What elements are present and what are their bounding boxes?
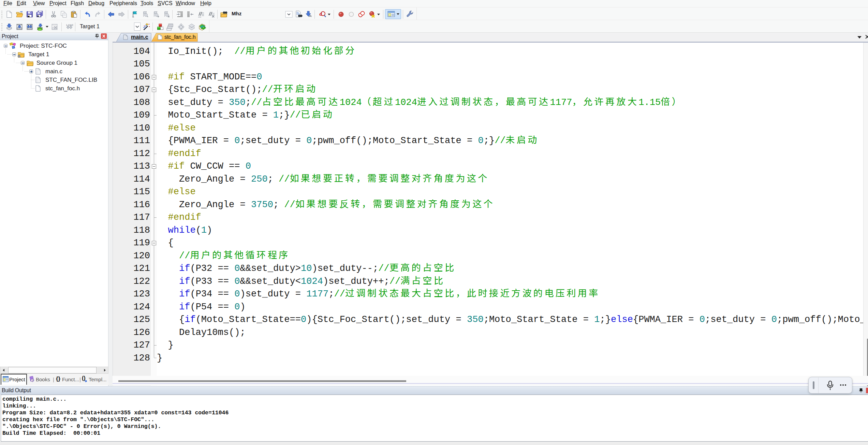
svg-text:LOAD: LOAD [66,24,73,27]
svg-text:?: ? [32,379,34,382]
